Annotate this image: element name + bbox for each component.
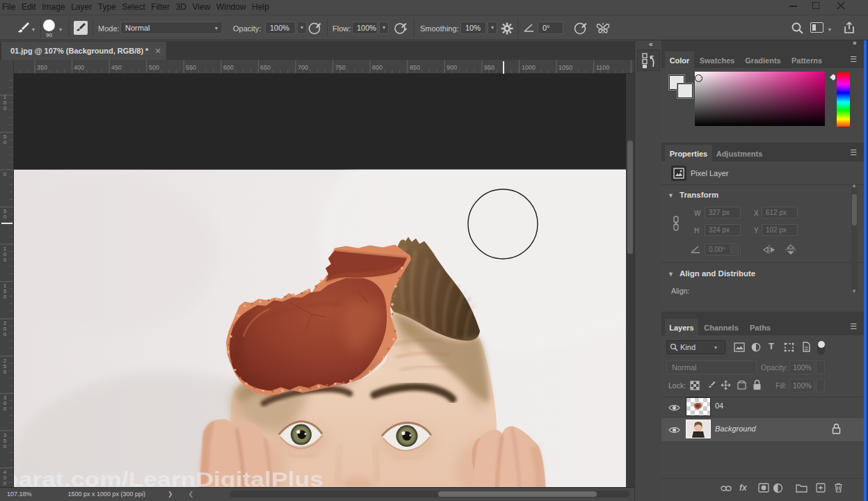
svg-text:parat.com/LearnDigitalPlus: parat.com/LearnDigitalPlus bbox=[14, 468, 323, 487]
